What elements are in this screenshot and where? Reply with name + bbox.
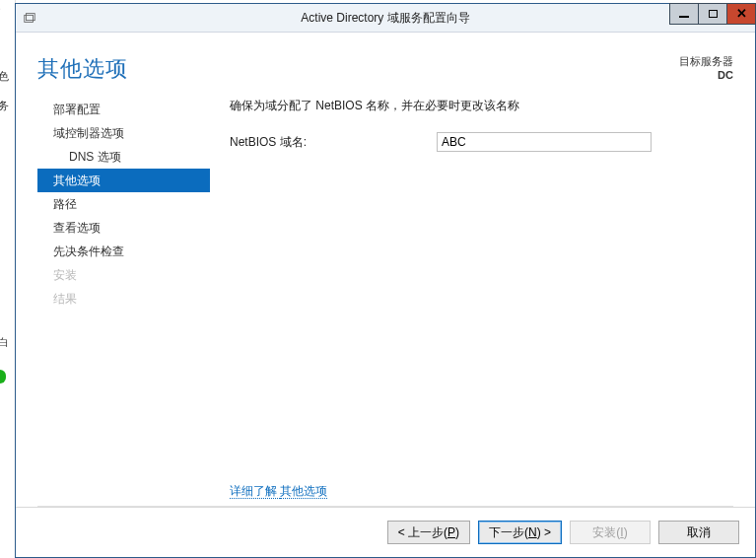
- maximize-button[interactable]: [698, 3, 727, 25]
- minimize-icon: [679, 16, 689, 18]
- netbios-row: NetBIOS 域名:: [230, 132, 733, 152]
- instruction-text: 确保为域分配了 NetBIOS 名称，并在必要时更改该名称: [230, 98, 733, 114]
- wizard-nav: 部署配置域控制器选项DNS 选项其他选项路径查看选项先决条件检查安装结果: [37, 94, 210, 506]
- nav-item-0[interactable]: 部署配置: [37, 98, 210, 121]
- learn-more-link[interactable]: 详细了解 其他选项: [230, 484, 327, 499]
- client-area: 其他选项 目标服务器 DC 部署配置域控制器选项DNS 选项其他选项路径查看选项…: [16, 33, 755, 557]
- install-button: 安装(I): [570, 521, 651, 544]
- nav-item-1[interactable]: 域控制器选项: [37, 121, 210, 145]
- target-server-label: 目标服务器: [679, 54, 733, 68]
- wizard-window: Active Directory 域服务配置向导 ✕ 其他选项 目标服务器 DC…: [15, 3, 756, 558]
- page-title: 其他选项: [37, 54, 128, 84]
- netbios-label: NetBIOS 域名:: [230, 134, 437, 151]
- target-server-value: DC: [679, 68, 733, 82]
- nav-item-2[interactable]: DNS 选项: [37, 145, 210, 169]
- netbios-input[interactable]: [437, 132, 652, 152]
- nav-item-4[interactable]: 路径: [37, 192, 210, 216]
- nav-item-5[interactable]: 查看选项: [37, 216, 210, 240]
- learn-more: 详细了解 其他选项: [230, 483, 327, 500]
- nav-item-8: 结果: [37, 287, 210, 311]
- close-button[interactable]: ✕: [726, 3, 756, 25]
- nav-item-7: 安装: [37, 263, 210, 287]
- prev-button[interactable]: < 上一步(P): [387, 521, 470, 544]
- window-controls: ✕: [670, 3, 756, 25]
- window-title: Active Directory 域服务配置向导: [16, 10, 755, 27]
- app-icon: [16, 4, 43, 32]
- nav-item-3[interactable]: 其他选项: [37, 169, 210, 192]
- minimize-button[interactable]: [669, 3, 699, 25]
- outer-background: . 色 务 白: [0, 0, 16, 558]
- target-server-box: 目标服务器 DC: [679, 54, 733, 82]
- titlebar: Active Directory 域服务配置向导 ✕: [16, 4, 755, 33]
- maximize-icon: [709, 10, 718, 18]
- nav-item-6[interactable]: 先决条件检查: [37, 240, 210, 263]
- content-pane: 确保为域分配了 NetBIOS 名称，并在必要时更改该名称 NetBIOS 域名…: [210, 94, 733, 506]
- footer: < 上一步(P) 下一步(N) > 安装(I) 取消: [16, 507, 755, 557]
- header: 其他选项 目标服务器 DC: [16, 33, 755, 94]
- close-icon: ✕: [736, 9, 747, 19]
- cancel-button[interactable]: 取消: [658, 521, 739, 544]
- next-button[interactable]: 下一步(N) >: [478, 521, 562, 544]
